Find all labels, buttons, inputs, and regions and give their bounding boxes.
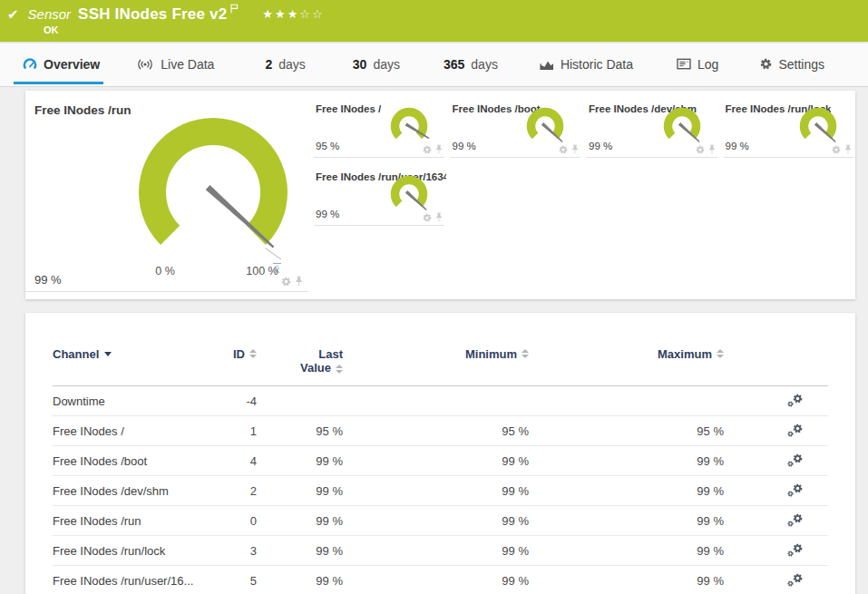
- gear-icon: [760, 58, 772, 70]
- gauge-settings-gear-icon[interactable]: [832, 145, 841, 154]
- dual-gear-icon: [785, 573, 804, 588]
- channel-name[interactable]: Free INodes /run/lock: [53, 544, 207, 558]
- small-gauge-value: 99 %: [453, 141, 476, 151]
- small-gauge-cell[interactable]: Free INodes /dev/shm 99 %: [587, 100, 717, 158]
- table-row[interactable]: Free INodes /run/user/16... 5 99 % 99 % …: [53, 566, 828, 594]
- flag-icon[interactable]: [230, 4, 239, 14]
- column-header-minimum[interactable]: Minimum: [343, 347, 529, 361]
- gauge-settings-gear-icon[interactable]: [423, 213, 432, 222]
- tab-2-days[interactable]: 2 days: [265, 42, 305, 86]
- sort-icon: [336, 365, 343, 374]
- status-check-icon: ✔: [7, 5, 19, 24]
- channel-name[interactable]: Downtime: [53, 394, 207, 408]
- table-row[interactable]: Free INodes /boot 4 99 % 99 % 99 %: [53, 446, 828, 476]
- channel-last-value: 99 %: [257, 514, 343, 528]
- channel-last-value: 99 %: [257, 454, 343, 468]
- tab-historic-data[interactable]: Historic Data: [540, 42, 633, 86]
- area-chart-icon: [540, 58, 554, 71]
- channel-settings-button[interactable]: [724, 513, 828, 528]
- small-gauge-value: 99 %: [726, 141, 749, 151]
- channel-maximum: 99 %: [529, 484, 724, 498]
- gauge-settings-gear-icon[interactable]: [696, 145, 705, 154]
- gauge-pin-icon[interactable]: [844, 144, 852, 154]
- log-icon: [677, 58, 691, 70]
- small-gauge-cell[interactable]: Free INodes /boot 99 %: [451, 100, 581, 158]
- column-header-maximum[interactable]: Maximum: [529, 347, 724, 361]
- channel-id: 3: [207, 544, 257, 558]
- tab-log[interactable]: Log: [677, 42, 718, 86]
- tab-settings[interactable]: Settings: [760, 42, 824, 86]
- channel-id: 1: [207, 424, 257, 438]
- priority-stars[interactable]: ★★★☆☆: [262, 5, 324, 24]
- primary-gauge-cell[interactable]: Free INodes /run x̄ 0 % 100 % 99 %: [25, 91, 308, 292]
- gauge-max-label: 100 %: [246, 265, 278, 278]
- table-row[interactable]: Free INodes / 1 95 % 95 % 95 %: [53, 416, 828, 446]
- sort-icon: [717, 349, 724, 358]
- channel-settings-button[interactable]: [724, 394, 828, 408]
- tab-bar: Overview Live Data 2 days 30 days 365 da…: [0, 42, 868, 87]
- gauge-settings-gear-icon[interactable]: [281, 277, 291, 287]
- table-header-row: Channel ID Last Value Minimum Maximum: [53, 313, 828, 386]
- gauge-pin-icon[interactable]: [435, 144, 443, 154]
- table-row[interactable]: Downtime -4: [53, 386, 828, 416]
- primary-gauge-chart: x̄: [25, 91, 308, 292]
- small-gauge-title: Free INodes /: [316, 103, 381, 114]
- table-row[interactable]: Free INodes /dev/shm 2 99 % 99 % 99 %: [53, 476, 828, 506]
- channel-id: 0: [207, 514, 257, 528]
- live-data-icon: [136, 59, 154, 70]
- small-gauges-grid: Free INodes / 95 % Free INodes /b: [308, 91, 855, 299]
- channel-name[interactable]: Free INodes /: [53, 424, 207, 438]
- channel-id: 4: [207, 454, 257, 468]
- gauge-settings-gear-icon[interactable]: [423, 145, 432, 154]
- dual-gear-icon: [785, 513, 804, 528]
- channel-settings-button[interactable]: [724, 424, 828, 438]
- channel-settings-button[interactable]: [724, 453, 828, 468]
- channel-last-value: 99 %: [257, 484, 343, 498]
- gauge-settings-gear-icon[interactable]: [559, 145, 568, 154]
- channel-id: -4: [207, 394, 257, 408]
- channel-name[interactable]: Free INodes /boot: [53, 454, 207, 468]
- gauge-min-label: 0 %: [155, 265, 175, 278]
- channel-name[interactable]: Free INodes /run: [53, 514, 207, 528]
- dual-gear-icon: [785, 394, 804, 408]
- small-gauge-cell[interactable]: Free INodes /run/lock 99 %: [724, 100, 854, 158]
- channel-name[interactable]: Free INodes /dev/shm: [53, 484, 207, 498]
- channel-minimum: 95 %: [343, 424, 529, 438]
- channel-settings-button[interactable]: [724, 543, 828, 558]
- gauge-pin-icon[interactable]: [295, 276, 303, 287]
- tab-30-days[interactable]: 30 days: [353, 42, 400, 86]
- channel-minimum: 99 %: [343, 574, 529, 588]
- small-gauge-value: 99 %: [589, 141, 612, 151]
- tab-365-days[interactable]: 365 days: [444, 42, 498, 86]
- tab-overview[interactable]: Overview: [23, 42, 100, 86]
- dual-gear-icon: [785, 453, 804, 468]
- dual-gear-icon: [785, 424, 804, 438]
- tab-live-data[interactable]: Live Data: [136, 42, 214, 86]
- table-body: Downtime -4 Free INodes / 1 95 % 95 % 95: [53, 386, 828, 594]
- column-header-id[interactable]: ID: [207, 347, 257, 361]
- gauge-pin-icon[interactable]: [708, 144, 716, 154]
- table-row[interactable]: Free INodes /run/lock 3 99 % 99 % 99 %: [53, 536, 828, 566]
- column-header-channel[interactable]: Channel: [53, 347, 207, 361]
- channel-minimum: 99 %: [343, 544, 529, 558]
- channel-table-panel: Channel ID Last Value Minimum Maximum: [25, 313, 855, 594]
- primary-gauge-value: 99 %: [34, 273, 62, 287]
- channel-maximum: 99 %: [529, 574, 724, 588]
- object-kind-label: Sensor: [28, 5, 72, 24]
- channel-name[interactable]: Free INodes /run/user/16...: [53, 574, 207, 588]
- column-header-last-value[interactable]: Last Value: [257, 347, 343, 375]
- gauge-pin-icon[interactable]: [571, 144, 579, 154]
- table-row[interactable]: Free INodes /run 0 99 % 99 % 99 %: [53, 506, 828, 536]
- channel-maximum: 99 %: [529, 544, 724, 558]
- gauge-icon: [23, 58, 37, 71]
- channel-last-value: 99 %: [257, 544, 343, 558]
- sensor-header: ✔ Sensor SSH INodes Free v2 ★★★☆☆ OK: [0, 0, 868, 42]
- channel-settings-button[interactable]: [724, 573, 828, 588]
- channel-settings-button[interactable]: [724, 483, 828, 498]
- status-badge: OK: [44, 24, 59, 35]
- channel-last-value: 99 %: [257, 574, 343, 588]
- gauge-pin-icon[interactable]: [435, 212, 443, 222]
- channel-last-value: 95 %: [257, 424, 343, 438]
- small-gauge-cell[interactable]: Free INodes / 95 %: [314, 100, 444, 158]
- small-gauge-cell[interactable]: Free INodes /run/user/16342... 99 %: [314, 168, 444, 226]
